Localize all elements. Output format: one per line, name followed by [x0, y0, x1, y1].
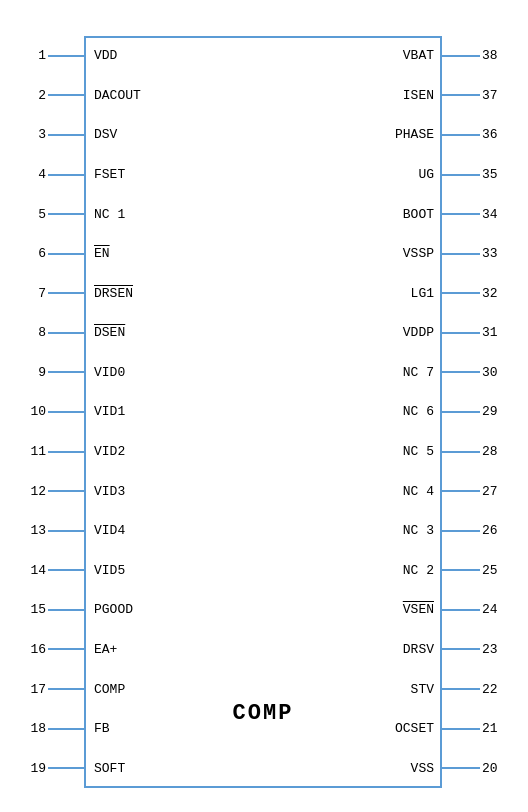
pin-line	[48, 371, 86, 373]
pin-label-row-right: OCSET	[267, 709, 442, 749]
pin-right-row: 33	[442, 234, 504, 274]
pin-label-row-right: VSS	[267, 748, 442, 788]
pin-left-row: 12	[24, 471, 86, 511]
pin-number: 5	[24, 207, 46, 222]
pin-line	[442, 371, 480, 373]
pin-right-row: 24	[442, 590, 504, 630]
pin-right-row: 20	[442, 748, 504, 788]
pin-line	[442, 55, 480, 57]
pin-number: 4	[24, 167, 46, 182]
pin-label: SOFT	[86, 761, 125, 776]
pin-label: DRSEN	[86, 286, 133, 301]
pin-number: 11	[24, 444, 46, 459]
pin-label: VID4	[86, 523, 125, 538]
pin-left-row: 6	[24, 234, 86, 274]
pin-left-row: 9	[24, 353, 86, 393]
pin-label: LG1	[267, 286, 442, 301]
pin-left-row: 11	[24, 432, 86, 472]
pin-right-row: 35	[442, 155, 504, 195]
pin-label-row-left: DRSEN	[86, 273, 261, 313]
pin-label: VID2	[86, 444, 125, 459]
pin-line	[48, 292, 86, 294]
pin-label-row-right: VBAT	[267, 36, 442, 76]
pins-left-container: 1 2 3 4 5 6 7 8	[24, 36, 86, 788]
pin-number: 1	[24, 48, 46, 63]
pin-number: 33	[482, 246, 504, 261]
pin-right-row: 26	[442, 511, 504, 551]
pin-number: 10	[24, 404, 46, 419]
pin-left-row: 19	[24, 748, 86, 788]
pin-line	[48, 213, 86, 215]
pin-left-row: 8	[24, 313, 86, 353]
pin-left-row: 14	[24, 551, 86, 591]
pin-left-row: 2	[24, 76, 86, 116]
pin-number: 23	[482, 642, 504, 657]
pin-number: 22	[482, 682, 504, 697]
pin-number: 13	[24, 523, 46, 538]
pin-line	[48, 688, 86, 690]
pin-line	[48, 609, 86, 611]
pin-number: 15	[24, 602, 46, 617]
pin-label-row-right: ISEN	[267, 76, 442, 116]
pin-line	[48, 411, 86, 413]
pin-right-row: 31	[442, 313, 504, 353]
pin-line	[48, 728, 86, 730]
ic-container: COMP 1 2 3 4 5 6 7	[24, 16, 504, 796]
pin-label-row-left: EA+	[86, 630, 261, 670]
pin-number: 14	[24, 563, 46, 578]
pin-label: VSSP	[267, 246, 442, 261]
pin-left-row: 13	[24, 511, 86, 551]
pin-number: 27	[482, 484, 504, 499]
pin-number: 32	[482, 286, 504, 301]
pin-label: NC 6	[267, 404, 442, 419]
pin-left-row: 18	[24, 709, 86, 749]
pin-label-row-left: VID0	[86, 353, 261, 393]
pin-right-row: 25	[442, 551, 504, 591]
pin-number: 9	[24, 365, 46, 380]
pin-line	[48, 55, 86, 57]
pin-label: EA+	[86, 642, 117, 657]
pin-number: 6	[24, 246, 46, 261]
pin-label-row-right: VDDP	[267, 313, 442, 353]
pin-label-row-left: VID5	[86, 551, 261, 591]
pin-label-row-right: NC 7	[267, 353, 442, 393]
pin-label-row-right: NC 5	[267, 432, 442, 472]
pin-line	[48, 253, 86, 255]
pin-left-row: 3	[24, 115, 86, 155]
pin-label: VID1	[86, 404, 125, 419]
pin-label-row-right: NC 3	[267, 511, 442, 551]
pin-label: VID3	[86, 484, 125, 499]
pin-label: NC 7	[267, 365, 442, 380]
pin-line	[442, 94, 480, 96]
pin-label: VID5	[86, 563, 125, 578]
pin-label-row-left: VID3	[86, 471, 261, 511]
pin-label-row-left: DSV	[86, 115, 261, 155]
pin-number: 12	[24, 484, 46, 499]
pin-number: 31	[482, 325, 504, 340]
pin-line	[442, 451, 480, 453]
pin-label: EN	[86, 246, 110, 261]
pin-left-row: 5	[24, 194, 86, 234]
pin-label: VSS	[267, 761, 442, 776]
pin-line	[442, 134, 480, 136]
pin-label-row-left: DACOUT	[86, 76, 261, 116]
pin-label: FB	[86, 721, 110, 736]
pin-line	[442, 688, 480, 690]
pin-number: 19	[24, 761, 46, 776]
pin-number: 17	[24, 682, 46, 697]
pin-line	[48, 490, 86, 492]
pin-label: OCSET	[267, 721, 442, 736]
pin-line	[48, 767, 86, 769]
pin-label-row-left: VID4	[86, 511, 261, 551]
pin-number: 29	[482, 404, 504, 419]
pin-line	[442, 728, 480, 730]
pin-right-row: 27	[442, 471, 504, 511]
pin-label: NC 4	[267, 484, 442, 499]
pin-label-row-left: EN	[86, 234, 261, 274]
pin-number: 24	[482, 602, 504, 617]
pin-label-row-left: NC 1	[86, 194, 261, 234]
pin-label: VDDP	[267, 325, 442, 340]
pin-label-row-left: DSEN	[86, 313, 261, 353]
pin-right-row: 34	[442, 194, 504, 234]
pin-label: UG	[267, 167, 442, 182]
